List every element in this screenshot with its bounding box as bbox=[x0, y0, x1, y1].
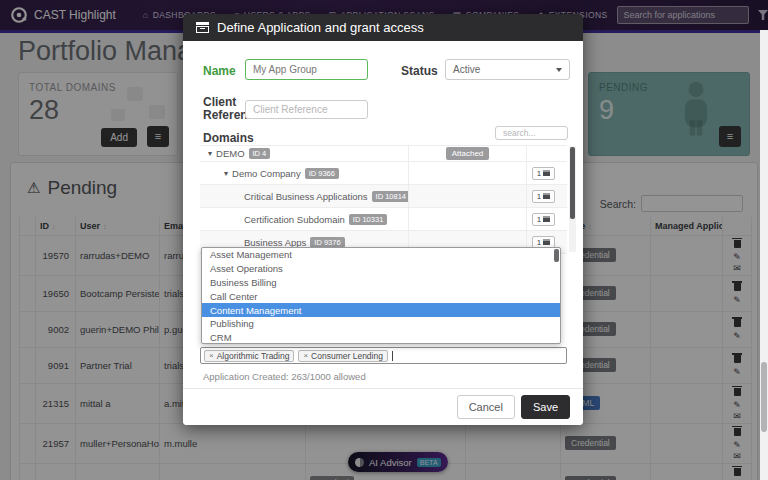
tag-label: Algorithmic Trading bbox=[217, 351, 290, 361]
remove-tag-icon[interactable]: × bbox=[209, 351, 214, 360]
dropdown-option[interactable]: Asset Management bbox=[202, 248, 560, 262]
attached-badge: Attached bbox=[446, 147, 490, 160]
modal-footer: Cancel Save bbox=[183, 388, 583, 425]
tree-node-label: Business Apps bbox=[244, 237, 306, 248]
text-cursor bbox=[392, 351, 393, 361]
tree-scrollbar[interactable] bbox=[569, 146, 576, 252]
tree-node-attached-cell: Attached bbox=[408, 146, 526, 161]
caret-down-icon[interactable]: ▾ bbox=[224, 169, 228, 178]
dropdown-option[interactable]: Call Center bbox=[202, 289, 560, 303]
tree-node-button-cell: 1 bbox=[526, 185, 560, 207]
tree-node-id-badge: ID 9366 bbox=[305, 168, 339, 179]
attach-count: 1 bbox=[537, 192, 541, 201]
tag-chip: ×Consumer Lending bbox=[298, 350, 388, 362]
tree-node-name: ▾DEMOID 4 bbox=[200, 148, 408, 159]
tree-node-name: Critical Business ApplicationsID 10814 bbox=[200, 191, 408, 202]
application-quota-note: Application Created: 263/1000 allowed bbox=[203, 371, 366, 382]
apps-box-icon bbox=[543, 170, 550, 176]
status-value: Active bbox=[453, 64, 480, 75]
modal-header: Define Application and grant access bbox=[183, 14, 583, 41]
status-select[interactable]: Active bbox=[445, 59, 570, 80]
name-label: Name bbox=[203, 64, 236, 78]
status-label: Status bbox=[401, 64, 438, 78]
define-application-modal: Define Application and grant access Name… bbox=[183, 14, 583, 425]
tree-row-demo[interactable]: ▾DEMOID 4Attached bbox=[200, 146, 567, 162]
domains-search-input[interactable] bbox=[495, 126, 568, 140]
domains-tree: ▾DEMOID 4Attached▾Demo CompanyID 93661Cr… bbox=[200, 145, 567, 254]
tree-node-label: Critical Business Applications bbox=[244, 191, 368, 202]
client-reference-label: Client Reference bbox=[203, 96, 249, 122]
save-button[interactable]: Save bbox=[521, 395, 570, 419]
tree-row-demo-company[interactable]: ▾Demo CompanyID 93661 bbox=[200, 162, 567, 185]
cancel-button[interactable]: Cancel bbox=[457, 395, 515, 419]
tree-node-label: Demo Company bbox=[232, 168, 301, 179]
modal-title: Define Application and grant access bbox=[217, 20, 424, 35]
tree-node-name: Business AppsID 9376 bbox=[200, 237, 408, 248]
tree-node-label: DEMO bbox=[216, 148, 245, 159]
tree-node-button-cell bbox=[526, 146, 560, 161]
apps-box-icon bbox=[543, 239, 550, 245]
tree-node-button-cell: 1 bbox=[526, 162, 560, 184]
tree-node-attached-cell bbox=[408, 208, 526, 230]
tree-row-certification-subdomain[interactable]: Certification SubdomainID 103311 bbox=[200, 208, 567, 231]
tag-label: Consumer Lending bbox=[311, 351, 383, 361]
tree-node-id-badge: ID 10814 bbox=[372, 191, 408, 202]
tree-node-id-badge: ID 9376 bbox=[310, 237, 344, 248]
tree-node-id-badge: ID 4 bbox=[249, 148, 271, 159]
tree-node-attached-cell bbox=[408, 185, 526, 207]
tree-row-critical-business-applications[interactable]: Critical Business ApplicationsID 108141 bbox=[200, 185, 567, 208]
attach-count: 1 bbox=[537, 215, 541, 224]
attach-apps-button[interactable]: 1 bbox=[532, 213, 555, 226]
archive-icon bbox=[196, 22, 209, 33]
attach-apps-button[interactable]: 1 bbox=[532, 167, 555, 180]
dropdown-option[interactable]: Content Management bbox=[202, 303, 560, 317]
dropdown-scrollbar-thumb[interactable] bbox=[554, 249, 559, 262]
tree-scrollbar-thumb[interactable] bbox=[570, 147, 575, 219]
attach-count: 1 bbox=[537, 238, 541, 247]
tree-node-id-badge: ID 10331 bbox=[349, 214, 387, 225]
dropdown-option[interactable]: CRM bbox=[202, 331, 560, 344]
dropdown-option[interactable]: Publishing bbox=[202, 317, 560, 331]
page-scrollbar-thumb[interactable] bbox=[761, 362, 767, 432]
tags-input[interactable]: ×Algorithmic Trading×Consumer Lending bbox=[200, 347, 567, 364]
attach-count: 1 bbox=[537, 169, 541, 178]
remove-tag-icon[interactable]: × bbox=[303, 351, 308, 360]
chevron-down-icon bbox=[556, 68, 562, 72]
tree-node-attached-cell bbox=[408, 162, 526, 184]
tree-node-name: ▾Demo CompanyID 9366 bbox=[200, 168, 408, 179]
screen: CAST Highlight ⌂DASHBOARDS≡USERS & APPS⊞… bbox=[0, 0, 768, 480]
name-input[interactable] bbox=[245, 59, 368, 80]
tree-node-label: Certification Subdomain bbox=[244, 214, 345, 225]
tag-chip: ×Algorithmic Trading bbox=[204, 350, 294, 362]
apps-box-icon bbox=[543, 193, 550, 199]
client-reference-input[interactable] bbox=[245, 100, 368, 119]
dropdown-option[interactable]: Business Billing bbox=[202, 276, 560, 290]
tree-node-name: Certification SubdomainID 10331 bbox=[200, 214, 408, 225]
apps-box-icon bbox=[543, 216, 550, 222]
business-function-dropdown: Asset ManagementAsset OperationsBusiness… bbox=[201, 247, 561, 344]
tree-node-button-cell: 1 bbox=[526, 208, 560, 230]
page-scrollbar[interactable] bbox=[760, 30, 768, 480]
domains-label: Domains bbox=[203, 131, 254, 145]
attach-apps-button[interactable]: 1 bbox=[532, 190, 555, 203]
caret-down-icon[interactable]: ▾ bbox=[208, 149, 212, 158]
dropdown-option[interactable]: Asset Operations bbox=[202, 262, 560, 276]
